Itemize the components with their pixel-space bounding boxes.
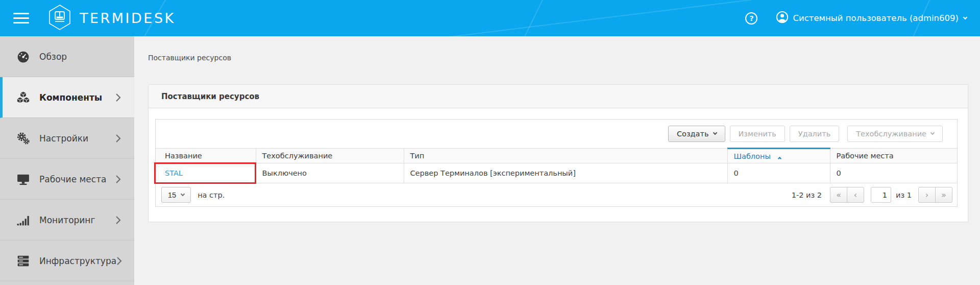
chevron-down-icon bbox=[930, 131, 935, 135]
server-icon bbox=[16, 254, 31, 268]
column-header-workplaces[interactable]: Рабочие места bbox=[830, 149, 957, 163]
chevron-down-icon bbox=[181, 192, 185, 196]
sidebar-item-label: Компоненты bbox=[39, 92, 102, 103]
page-number-input[interactable] bbox=[871, 187, 891, 203]
per-page-label: на стр. bbox=[198, 191, 225, 199]
cell-name: STAL bbox=[156, 163, 256, 183]
column-header-maintenance[interactable]: Техобслуживание bbox=[256, 149, 404, 163]
table-panel: Создать Изменить Удалить Техобслуживание bbox=[155, 119, 958, 207]
pagination-controls: 1-2 из 2 « ‹ из 1 › » bbox=[792, 187, 952, 203]
cell-templates: 0 bbox=[727, 163, 830, 183]
range-label: 1-2 из 2 bbox=[792, 191, 822, 199]
delete-button[interactable]: Удалить bbox=[790, 126, 839, 142]
top-bar: TERMIDESK ? Системный пользователь (admi… bbox=[0, 0, 980, 36]
create-button[interactable]: Создать bbox=[668, 126, 725, 142]
card-header: Поставщики ресурсов bbox=[149, 85, 968, 108]
sidebar-item-label: Инфраструктура bbox=[39, 256, 116, 266]
page-body: Обзор bbox=[0, 36, 980, 285]
sidebar-item-overview[interactable]: Обзор bbox=[0, 36, 134, 77]
chevron-down-icon bbox=[713, 131, 717, 135]
page-title: Поставщики ресурсов bbox=[161, 92, 259, 101]
sidebar-item-label: Обзор bbox=[39, 52, 67, 62]
menu-toggle-button[interactable] bbox=[13, 10, 29, 27]
column-header-name[interactable]: Название bbox=[156, 149, 256, 163]
cell-maintenance: Выключено bbox=[256, 163, 404, 183]
first-page-button[interactable]: « bbox=[830, 187, 847, 203]
user-avatar-icon bbox=[776, 11, 789, 26]
chevron-right-icon bbox=[115, 134, 121, 143]
signal-bars-icon bbox=[16, 213, 31, 227]
user-menu[interactable]: Системный пользователь (admin609) bbox=[776, 11, 967, 26]
sidebar-item-monitoring[interactable]: Мониторинг bbox=[0, 200, 134, 241]
chevron-right-icon bbox=[115, 175, 121, 184]
brand-logo[interactable]: TERMIDESK bbox=[47, 4, 176, 33]
table-row[interactable]: STAL Выключено Сервер Терминалов [экспер… bbox=[156, 163, 957, 183]
next-page-button[interactable]: › bbox=[918, 187, 936, 203]
sidebar-item-workplaces[interactable]: Рабочие места bbox=[0, 159, 134, 200]
topbar-right: ? Системный пользователь (admin609) bbox=[745, 11, 980, 26]
cubes-icon bbox=[16, 91, 31, 104]
chevron-right-icon: › bbox=[925, 190, 928, 200]
previous-page-button[interactable]: ‹ bbox=[847, 187, 864, 203]
maintenance-button[interactable]: Техобслуживание bbox=[847, 126, 943, 142]
main-content: Поставщики ресурсов Поставщики ресурсов … bbox=[134, 36, 980, 285]
sidebar-item-settings[interactable]: Настройки bbox=[0, 118, 134, 159]
chevron-left-icon: ‹ bbox=[854, 190, 857, 200]
header-decor-line bbox=[509, 0, 553, 36]
breadcrumb: Поставщики ресурсов bbox=[148, 54, 968, 62]
help-button[interactable]: ? bbox=[745, 12, 757, 25]
chevron-right-icon bbox=[115, 93, 121, 102]
pagination-bar: 15 на стр. 1-2 из 2 « ‹ bbox=[156, 183, 957, 206]
column-header-type[interactable]: Тип bbox=[404, 149, 727, 163]
providers-table: Название Техобслуживание Тип Шаблоны Раб… bbox=[156, 148, 957, 183]
last-page-button[interactable]: » bbox=[935, 187, 952, 203]
sidebar-item-label: Мониторинг bbox=[39, 215, 95, 225]
app-root: TERMIDESK ? Системный пользователь (admi… bbox=[0, 0, 980, 285]
sidebar-item-components[interactable]: Компоненты bbox=[0, 77, 134, 118]
tachometer-icon bbox=[16, 50, 31, 63]
gears-icon bbox=[16, 132, 31, 145]
table-toolbar: Создать Изменить Удалить Техобслуживание bbox=[156, 120, 957, 148]
question-mark-icon: ? bbox=[749, 14, 753, 22]
header-decor-line bbox=[450, 0, 774, 36]
sidebar-item-infrastructure[interactable]: Инфраструктура bbox=[0, 241, 134, 281]
sidebar-item-label: Рабочие места bbox=[39, 174, 106, 184]
sidebar: Обзор bbox=[0, 36, 134, 285]
card-body: Создать Изменить Удалить Техобслуживание bbox=[149, 108, 968, 222]
brand-name: TERMIDESK bbox=[80, 10, 176, 26]
resource-providers-card: Поставщики ресурсов Создать Изменить bbox=[148, 84, 968, 222]
chevron-down-icon bbox=[963, 15, 967, 19]
double-chevron-right-icon: » bbox=[941, 190, 946, 200]
double-chevron-left-icon: « bbox=[836, 190, 841, 200]
chevron-right-icon bbox=[115, 216, 121, 225]
provider-link-stal[interactable]: STAL bbox=[165, 169, 183, 177]
edit-button[interactable]: Изменить bbox=[730, 126, 785, 142]
table-header-row: Название Техобслуживание Тип Шаблоны Раб… bbox=[156, 149, 957, 163]
page-size-select[interactable]: 15 bbox=[161, 187, 191, 203]
cell-workplaces: 0 bbox=[830, 163, 957, 183]
sort-ascending-icon bbox=[777, 156, 781, 160]
brand-hexagon-icon bbox=[47, 4, 72, 33]
column-header-templates-sorted[interactable]: Шаблоны bbox=[727, 149, 830, 163]
desktop-icon bbox=[16, 173, 31, 186]
user-name-label: Системный пользователь (admin609) bbox=[793, 13, 959, 23]
sidebar-item-label: Настройки bbox=[39, 133, 88, 144]
cell-type: Сервер Терминалов [экспериментальный] bbox=[404, 163, 727, 183]
of-total-label: из 1 bbox=[896, 191, 912, 199]
chevron-right-icon bbox=[116, 256, 122, 266]
